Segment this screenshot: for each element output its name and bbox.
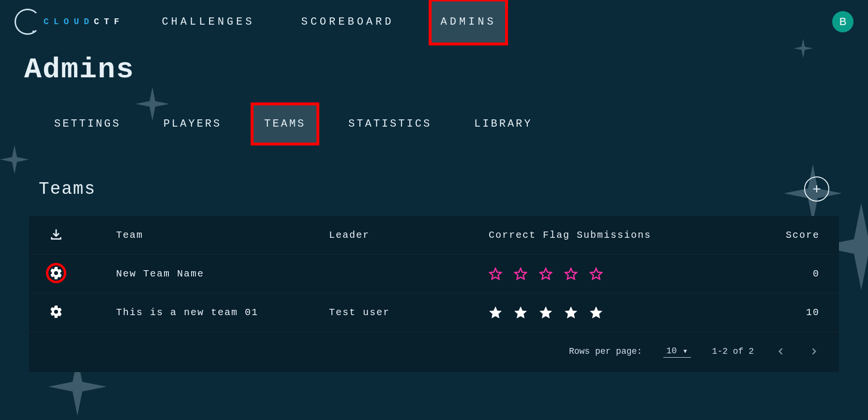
row-settings-gear-icon[interactable] — [48, 304, 64, 319]
team-leader: Test user — [329, 307, 484, 318]
rows-per-page-label: Rows per page: — [569, 347, 642, 356]
tab-teams[interactable]: TEAMS — [254, 105, 316, 143]
tab-library[interactable]: LIBRARY — [464, 105, 543, 143]
brand-text-part1: CLOUD — [44, 17, 94, 27]
nav-scoreboard[interactable]: SCOREBOARD — [292, 1, 403, 43]
table-header-row: Team Leader Correct Flag Submissions Sco… — [29, 216, 839, 255]
logo-icon — [15, 9, 41, 35]
tab-settings[interactable]: SETTINGS — [44, 105, 132, 143]
page-range: 1-2 of 2 — [712, 347, 754, 356]
team-score: 0 — [687, 268, 820, 279]
star-filled-icon — [589, 306, 603, 319]
tab-players[interactable]: PLAYERS — [153, 105, 232, 143]
primary-nav: CHALLENGES SCOREBOARD ADMINS — [153, 1, 505, 43]
col-flags[interactable]: Correct Flag Submissions — [484, 230, 687, 241]
admin-subnav: SETTINGS PLAYERS TEAMS STATISTICS LIBRAR… — [44, 105, 839, 143]
star-filled-icon — [564, 306, 578, 319]
star-outline-icon — [589, 267, 603, 281]
download-header — [48, 227, 116, 244]
next-page-button[interactable] — [808, 346, 820, 357]
rows-per-page-value: 10 — [666, 346, 677, 356]
rows-per-page-select[interactable]: 10 ▾ — [663, 345, 690, 358]
star-outline-icon — [514, 267, 527, 281]
table-row: This is a new team 01Test user10 — [29, 293, 839, 332]
flag-stars — [484, 306, 687, 319]
nav-admins[interactable]: ADMINS — [432, 1, 505, 43]
star-outline-icon — [539, 267, 553, 281]
brand-text-part2: CTF — [94, 17, 124, 27]
team-score: 10 — [687, 307, 820, 318]
flag-stars — [484, 267, 687, 281]
star-filled-icon — [539, 306, 553, 319]
add-team-button[interactable]: + — [804, 176, 829, 202]
chevron-down-icon: ▾ — [683, 346, 688, 356]
tab-statistics[interactable]: STATISTICS — [338, 105, 442, 143]
plus-icon: + — [812, 181, 821, 197]
star-filled-icon — [514, 306, 527, 319]
star-outline-icon — [489, 267, 502, 281]
download-icon[interactable] — [48, 227, 64, 242]
top-nav: CLOUDCTF CHALLENGES SCOREBOARD ADMINS B — [0, 0, 868, 43]
star-filled-icon — [489, 306, 502, 319]
user-avatar[interactable]: B — [832, 11, 853, 32]
table-pagination: Rows per page: 10 ▾ 1-2 of 2 — [29, 332, 839, 372]
brand-logo[interactable]: CLOUDCTF — [5, 9, 134, 35]
table-row: New Team Name0 — [29, 255, 839, 293]
star-outline-icon — [564, 267, 578, 281]
team-name[interactable]: New Team Name — [116, 268, 329, 279]
page-content: Admins SETTINGS PLAYERS TEAMS STATISTICS… — [0, 43, 868, 372]
nav-challenges[interactable]: CHALLENGES — [153, 1, 263, 43]
prev-page-button[interactable] — [775, 346, 787, 357]
teams-table: Team Leader Correct Flag Submissions Sco… — [29, 216, 839, 372]
page-title: Admins — [24, 53, 839, 86]
team-name[interactable]: This is a new team 01 — [116, 307, 329, 318]
row-settings-gear-icon[interactable] — [48, 265, 64, 281]
col-score[interactable]: Score — [687, 230, 820, 241]
section-title: Teams — [39, 179, 96, 199]
section-header: Teams + — [39, 176, 829, 202]
brand-text: CLOUDCTF — [44, 17, 124, 27]
col-leader[interactable]: Leader — [329, 230, 484, 241]
col-team[interactable]: Team — [116, 230, 329, 241]
